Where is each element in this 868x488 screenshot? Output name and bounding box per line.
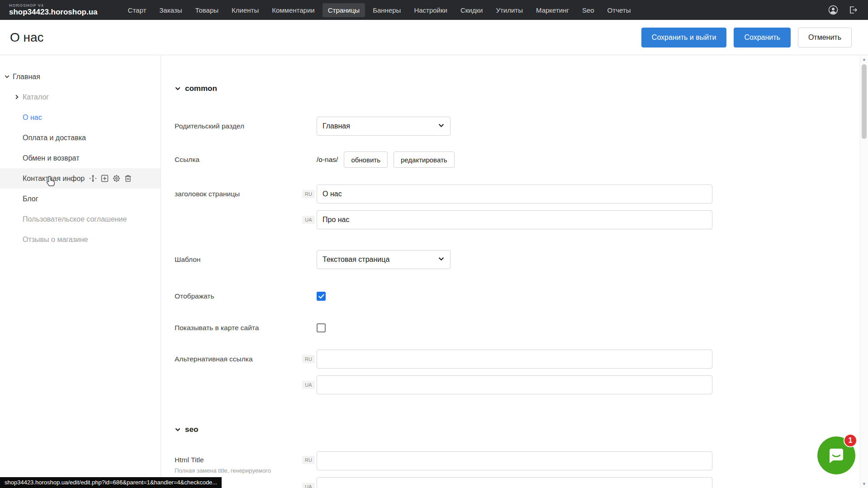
page-title: О нас — [10, 30, 44, 45]
page-title-ua-input[interactable] — [317, 210, 712, 229]
tree-item-obmen-i-vozvrat[interactable]: Обмен и возврат — [0, 148, 161, 168]
lang-tag-ua: UA — [302, 381, 315, 389]
lang-tag-ru: RU — [302, 355, 315, 363]
brand-domain-label: shop34423.horoshop.ua — [9, 8, 98, 16]
alt-link-ua-input[interactable] — [317, 375, 712, 394]
link-path-value: /o-nas/ — [317, 156, 338, 164]
page-title-ru-input[interactable] — [317, 185, 712, 204]
template-label: Шаблон — [175, 256, 317, 264]
section-seo[interactable]: seo — [175, 425, 198, 434]
html-title-ru-row: Html Title Полная замена title, генериру… — [175, 451, 712, 470]
tree-item-label: Отзывы о магазине — [23, 236, 88, 244]
top-navigation-bar: HOROSHOP V4 shop34423.horoshop.ua Старт … — [0, 0, 868, 20]
parent-section-select[interactable]: Главная — [317, 117, 451, 136]
move-icon[interactable] — [89, 175, 97, 182]
parent-section-value: Главная — [323, 122, 350, 130]
page-header: О нас Сохранить и выйти Сохранить Отмени… — [0, 20, 868, 55]
parent-section-label: Родительский раздел — [175, 122, 317, 130]
display-label: Отображать — [175, 292, 317, 300]
menu-item-pages[interactable]: Страницы — [323, 3, 365, 17]
menu-item-discounts[interactable]: Скидки — [455, 3, 488, 17]
tree-item-blog[interactable]: Блог — [0, 189, 161, 209]
page-title-ru-row: заголовок страницы RU — [175, 185, 712, 204]
template-select[interactable]: Текстовая страница — [317, 250, 451, 269]
add-icon[interactable] — [101, 175, 109, 182]
chevron-right-icon[interactable] — [14, 94, 20, 100]
tree-item-glavnaya[interactable]: Главная — [0, 66, 161, 87]
sitemap-checkbox-unchecked[interactable] — [317, 323, 326, 332]
lang-tag-ua: UA — [302, 483, 315, 488]
chat-unread-badge: 1 — [844, 434, 857, 447]
menu-item-clients[interactable]: Клиенты — [226, 3, 264, 17]
cancel-button[interactable]: Отменить — [798, 28, 852, 47]
template-row: Шаблон Текстовая страница — [175, 250, 451, 269]
brand-logo[interactable]: HOROSHOP V4 shop34423.horoshop.ua — [9, 4, 98, 16]
settings-icon[interactable] — [113, 175, 120, 182]
chat-launcher-button[interactable]: 1 — [817, 436, 855, 474]
link-preview-status-bar: shop34423.horoshop.ua/edit/edit.php?id=6… — [0, 477, 222, 488]
page-title-label: заголовок страницы — [175, 190, 302, 198]
top-menu: Старт Заказы Товары Клиенты Комментарии … — [123, 3, 636, 17]
lang-tag-ru: RU — [302, 190, 315, 198]
template-value: Текстовая страница — [323, 256, 389, 264]
tree-item-oplata-i-dostavka[interactable]: Оплата и доставка — [0, 128, 161, 148]
lang-tag-ru: RU — [302, 456, 315, 464]
tree-item-o-nas-selected[interactable]: О нас — [0, 107, 161, 128]
tree-item-label: Блог — [23, 195, 38, 203]
chevron-down-icon[interactable] — [4, 74, 10, 80]
chevron-down-icon — [438, 122, 445, 131]
alt-link-ru-input[interactable] — [317, 350, 712, 369]
html-title-label: Html Title — [175, 456, 204, 464]
menu-item-reports[interactable]: Отчеты — [602, 3, 636, 17]
link-label: Ссылка — [175, 156, 317, 164]
tree-item-katalog[interactable]: Каталог — [0, 87, 161, 107]
hand-cursor-icon — [45, 175, 57, 190]
menu-item-comments[interactable]: Комментарии — [266, 3, 320, 17]
tree-item-label: Обмен и возврат — [23, 154, 79, 162]
save-button[interactable]: Сохранить — [734, 28, 791, 47]
tree-item-otzyvy-o-magazine[interactable]: Отзывы о магазине — [0, 229, 161, 250]
check-icon — [318, 294, 324, 299]
page-title-ua-row: UA — [175, 210, 712, 229]
display-row: Отображать — [175, 291, 326, 302]
chat-bubble-icon — [826, 445, 847, 466]
section-common-label: common — [185, 84, 217, 93]
page-edit-form: common Родительский раздел Главная Ссылк… — [161, 55, 860, 488]
menu-item-marketing[interactable]: Маркетинг — [531, 3, 574, 17]
menu-item-start[interactable]: Старт — [123, 3, 152, 17]
html-title-ua-input[interactable] — [317, 477, 712, 488]
user-account-icon[interactable] — [828, 5, 838, 15]
menu-item-orders[interactable]: Заказы — [154, 3, 187, 17]
parent-section-row: Родительский раздел Главная — [175, 117, 451, 136]
link-edit-button[interactable]: редактировать — [394, 152, 455, 168]
menu-item-settings[interactable]: Настройки — [408, 3, 453, 17]
tree-item-polzovatelskoe-soglashenie[interactable]: Пользовательское соглашение — [0, 209, 161, 229]
menu-item-banners[interactable]: Баннеры — [367, 3, 406, 17]
chevron-down-icon — [175, 85, 181, 92]
menu-item-products[interactable]: Товары — [190, 3, 224, 17]
html-title-ru-input[interactable] — [317, 451, 712, 470]
section-common[interactable]: common — [175, 84, 217, 93]
menu-item-utilities[interactable]: Утилиты — [490, 3, 528, 17]
tree-item-label: Каталог — [23, 93, 49, 101]
chevron-down-icon — [438, 256, 445, 264]
tree-item-actions — [89, 175, 132, 182]
scroll-down-arrow-icon[interactable]: ▼ — [860, 482, 868, 486]
lang-tag-ua: UA — [302, 216, 315, 224]
html-title-hint: Полная замена title, генерируемого — [175, 467, 302, 474]
tree-item-label: Оплата и доставка — [23, 134, 86, 142]
tree-item-kontaktnaya-informatsiya[interactable]: Контактная инфор — [0, 168, 161, 189]
alt-link-ua-row: UA — [175, 375, 712, 394]
save-and-exit-button[interactable]: Сохранить и выйти — [641, 28, 727, 47]
scrollbar-thumb[interactable] — [862, 64, 867, 139]
vertical-scrollbar[interactable]: ▲ ▼ — [860, 55, 868, 488]
chevron-down-icon — [175, 426, 181, 433]
display-checkbox-checked[interactable] — [317, 292, 326, 301]
tree-item-label: Пользовательское соглашение — [23, 215, 127, 223]
pages-tree-sidebar: Главная Каталог О нас Оплата и доставка … — [0, 55, 161, 488]
logout-icon[interactable] — [848, 5, 858, 15]
scroll-up-arrow-icon[interactable]: ▲ — [860, 57, 868, 62]
menu-item-seo[interactable]: Seo — [577, 3, 600, 17]
delete-icon[interactable] — [124, 175, 132, 182]
link-refresh-button[interactable]: обновить — [344, 152, 388, 168]
